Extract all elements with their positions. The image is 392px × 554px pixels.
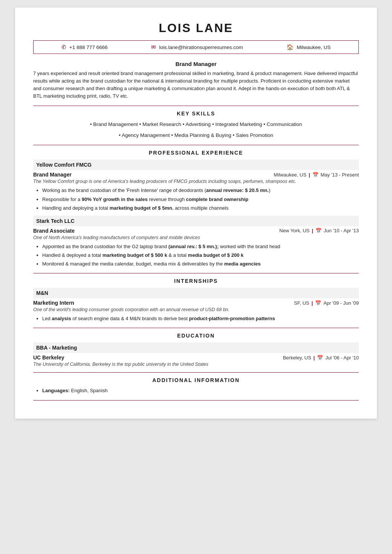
contact-location: 🏠 Milwaukee, US <box>286 44 331 51</box>
contact-email: ✉ lois.lane@hirationsuperresumes.com <box>151 44 243 51</box>
skills-line1: • Brand Management • Market Research • A… <box>33 120 359 129</box>
internships-section-title: INTERNSHIPS <box>33 278 359 284</box>
job-meta-1: Milwaukee, US | 📅 May '13 - Present <box>274 172 359 178</box>
separator-4: | <box>314 355 315 361</box>
job-header-1: Brand Manager Milwaukee, US | 📅 May '13 … <box>33 172 359 178</box>
bullet-1-3: Handling and deploying a total marketing… <box>42 204 359 212</box>
education-divider <box>33 328 359 328</box>
resume-document: LOIS LANE ✆ +1 888 777 6666 ✉ lois.lane@… <box>15 8 377 419</box>
company-bar-4: BBA - Marketing <box>33 342 359 353</box>
summary-text: 7 years experienced and result oriented … <box>33 70 359 100</box>
calendar-icon-1: 📅 <box>312 172 318 178</box>
separator-1: | <box>309 172 310 178</box>
experience-section-title: PROFESSIONAL EXPERIENCE <box>33 150 359 156</box>
company-bar-1: Yellow Comfort FMCG <box>33 160 359 170</box>
company-bar-3: M&N <box>33 288 359 298</box>
skills-divider <box>33 106 359 106</box>
company-name-2: Stark Tech LLC <box>36 218 75 224</box>
additional-divider <box>33 372 359 373</box>
education-section-title: EDUCATION <box>33 333 359 339</box>
bullet-1-2: Responsible for a 90% YoY growth in the … <box>42 196 359 203</box>
job-title-3: Marketing Intern <box>33 300 74 306</box>
job-header-3: Marketing Intern SF, US | 📅 Apr '09 - Ju… <box>33 300 359 306</box>
location-icon: 🏠 <box>286 44 294 51</box>
job-bullets-2: Appointed as the brand custodian for the… <box>33 243 359 268</box>
phone-icon: ✆ <box>61 44 66 51</box>
education-header: UC Berkeley Berkeley, US | 📅 Jul '06 - A… <box>33 354 359 361</box>
separator-3: | <box>312 300 313 306</box>
bullet-1-1: Working as the brand custodian of the 'F… <box>42 187 359 194</box>
job-title-2: Brand Associate <box>33 228 75 234</box>
company-name-3: M&N <box>36 290 48 296</box>
bullet-3-1: Led analysis of search engine data & 4 M… <box>42 315 359 322</box>
job-bullets-3: Led analysis of search engine data & 4 M… <box>33 315 359 322</box>
job-meta-3: SF, US | 📅 Apr '09 - Jun '09 <box>294 300 359 306</box>
bottom-divider <box>33 400 359 401</box>
additional-list: Languages: English, Spanish <box>33 387 359 394</box>
contact-phone: ✆ +1 888 777 6666 <box>61 44 108 51</box>
skills-line2: • Agency Management • Media Planning & B… <box>33 131 359 140</box>
email-icon: ✉ <box>151 44 156 51</box>
skills-section-title: KEY SKILLS <box>33 110 359 117</box>
summary-title: Brand Manager <box>33 61 359 67</box>
separator-2: | <box>312 228 313 233</box>
degree-name: BBA - Marketing <box>36 345 77 351</box>
job-title-1: Brand Manager <box>33 172 72 178</box>
company-desc-1: The Yellow Comfort group is one of Ameri… <box>33 179 359 184</box>
calendar-icon-3: 📅 <box>315 300 321 306</box>
job-meta-2: New York, US | 📅 Jun '10 - Apr '13 <box>279 228 359 233</box>
company-desc-3: One of the world's leading consumer good… <box>33 307 359 312</box>
additional-item-1: Languages: English, Spanish <box>42 387 359 394</box>
job-header-2: Brand Associate New York, US | 📅 Jun '10… <box>33 228 359 234</box>
additional-section-title: ADDITIONAL INFORMATION <box>33 377 359 383</box>
contact-bar: ✆ +1 888 777 6666 ✉ lois.lane@hirationsu… <box>33 40 359 54</box>
institution-name: UC Berkeley <box>33 354 64 361</box>
bullet-2-3: Monitored & managed the media calendar, … <box>42 260 359 268</box>
education-desc: The University of California, Berkeley i… <box>33 362 359 367</box>
bullet-2-2: Handled & deployed a total marketing bud… <box>42 252 359 259</box>
company-bar-2: Stark Tech LLC <box>33 216 359 226</box>
internships-divider <box>33 273 359 273</box>
education-meta: Berkeley, US | 📅 Jul '06 - Apr '10 <box>283 355 359 361</box>
calendar-icon-2: 📅 <box>315 228 322 233</box>
calendar-icon-4: 📅 <box>317 355 323 361</box>
experience-divider <box>33 145 359 145</box>
job-bullets-1: Working as the brand custodian of the 'F… <box>33 187 359 212</box>
bullet-2-1: Appointed as the brand custodian for the… <box>42 243 359 250</box>
applicant-name: LOIS LANE <box>33 21 359 35</box>
company-desc-2: One of North America's leading manufactu… <box>33 235 359 240</box>
company-name-1: Yellow Comfort FMCG <box>36 162 92 168</box>
